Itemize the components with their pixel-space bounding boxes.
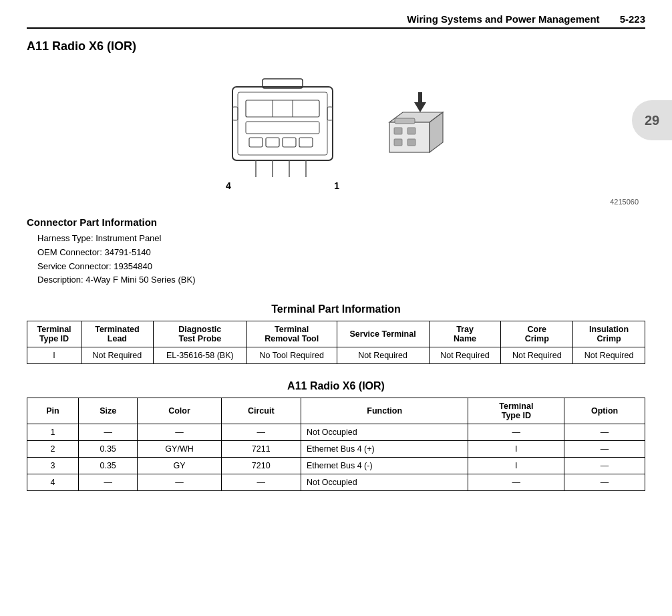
col-removal-tool: TerminalRemoval Tool — [246, 321, 337, 347]
pin-table-section: A11 Radio X6 (IOR) Pin Size Color Circui… — [27, 380, 645, 491]
connector-front-diagram: 4 1 — [212, 67, 353, 191]
terminal-part-table: TerminalType ID TerminatedLead Diagnosti… — [27, 321, 645, 364]
page-header: Wiring Systems and Power Management 5-22… — [27, 13, 645, 29]
pin-col-size: Size — [78, 398, 138, 424]
connector-label-4: 4 — [226, 180, 231, 191]
header-page: 5-223 — [620, 13, 645, 25]
col-diagnostic-probe: DiagnosticTest Probe — [153, 321, 246, 347]
connector-images: 4 1 — [27, 67, 645, 191]
pin-col-type-id: TerminalType ID — [468, 398, 564, 424]
table-row: INot RequiredEL-35616-58 (BK)No Tool Req… — [27, 347, 645, 364]
pin-table: Pin Size Color Circuit Function Terminal… — [27, 398, 645, 491]
pin-col-circuit: Circuit — [221, 398, 301, 424]
figure-caption: 4215060 — [27, 198, 645, 206]
connector-label-1: 1 — [334, 180, 339, 191]
terminal-part-info-heading: Terminal Part Information — [27, 303, 645, 315]
table-row: 20.35GY/WH7211Ethernet Bus 4 (+)I— — [27, 441, 645, 458]
table-row: 4———Not Occupied—— — [27, 474, 645, 491]
svg-rect-2 — [246, 100, 319, 117]
svg-rect-8 — [283, 138, 296, 147]
harness-type: Harness Type: Instrument Panel — [37, 232, 645, 246]
svg-marker-17 — [414, 92, 426, 112]
svg-rect-25 — [395, 118, 415, 124]
pin-col-pin: Pin — [27, 398, 79, 424]
connector-part-info-heading: Connector Part Information — [27, 216, 645, 228]
col-insulation-crimp: InsulationCrimp — [573, 321, 645, 347]
pin-col-function: Function — [301, 398, 468, 424]
pin-col-color: Color — [138, 398, 221, 424]
svg-rect-19 — [389, 122, 430, 152]
pin-table-heading: A11 Radio X6 (IOR) — [27, 380, 645, 392]
svg-rect-6 — [249, 138, 263, 147]
page-title: A11 Radio X6 (IOR) — [27, 39, 645, 53]
connector-3d-svg — [373, 89, 460, 176]
svg-rect-9 — [299, 138, 313, 147]
description: Description: 4-Way F Mini 50 Series (BK) — [37, 273, 645, 287]
col-tray-name: TrayName — [429, 321, 501, 347]
svg-rect-11 — [327, 107, 333, 120]
svg-rect-0 — [232, 87, 333, 160]
col-core-crimp: CoreCrimp — [501, 321, 573, 347]
svg-rect-23 — [394, 139, 402, 146]
service-connector: Service Connector: 19354840 — [37, 260, 645, 274]
svg-rect-7 — [266, 138, 279, 147]
col-service-terminal: Service Terminal — [337, 321, 429, 347]
connector-front-svg — [212, 67, 353, 180]
svg-rect-24 — [407, 139, 415, 146]
table-row: 1———Not Occupied—— — [27, 424, 645, 441]
svg-rect-22 — [407, 128, 415, 134]
svg-rect-10 — [232, 107, 238, 120]
oem-connector: OEM Connector: 34791-5140 — [37, 246, 645, 260]
svg-rect-5 — [246, 122, 319, 134]
connector-3d-diagram — [373, 89, 460, 178]
col-terminal-type-id: TerminalType ID — [27, 321, 81, 347]
svg-rect-21 — [394, 128, 402, 134]
header-title: Wiring Systems and Power Management — [27, 13, 600, 25]
connector-part-info-section: Connector Part Information Harness Type:… — [27, 216, 645, 287]
table-row: 30.35GY7210Ethernet Bus 4 (-)I— — [27, 458, 645, 474]
pin-col-option: Option — [564, 398, 645, 424]
terminal-part-info-section: Terminal Part Information TerminalType I… — [27, 303, 645, 364]
col-terminated-lead: TerminatedLead — [81, 321, 154, 347]
